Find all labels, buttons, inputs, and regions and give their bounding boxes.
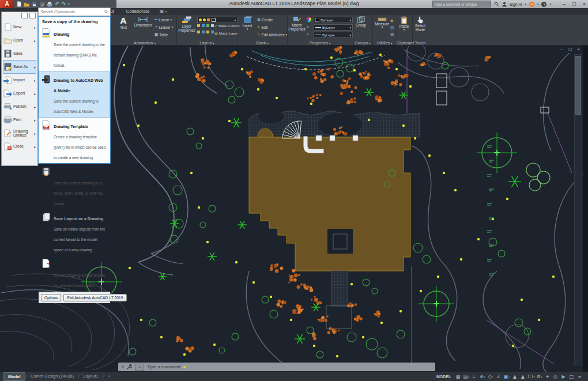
qat-undo-icon[interactable]: ↶ [55,1,59,7]
tab-comm-design[interactable]: Comm Design (24x36) [27,372,78,381]
command-line[interactable]: × ▾ Type a command [118,363,435,371]
doc-close-button[interactable]: × [577,47,580,52]
panel-label-properties[interactable]: Properties ▾ [287,41,353,45]
match-layer-button[interactable]: ▤ Match Layer [214,31,238,35]
doc-minimize-button[interactable]: – [560,47,563,52]
qat-open-icon[interactable] [24,2,29,7]
lineweight-combo[interactable]: ByLayer ▾ [314,24,353,31]
edit-block-button[interactable]: ✎ Edit [257,25,268,29]
maximize-button[interactable]: □ [572,0,575,8]
object-color-combo[interactable]: ByLayer ▾ [314,17,353,23]
color-wheel-icon[interactable] [307,17,311,22]
menu-item-close[interactable]: Close ▸ [3,139,36,153]
tab-collaborate[interactable]: Collaborate [121,8,154,15]
isometric-drafting-icon[interactable]: ◇▾ [487,373,494,380]
menu-item-save[interactable]: Save [3,47,36,61]
flyout-item-dwg-convert[interactable]: DWG Convert Convert drawing format versi… [39,256,110,292]
flyout-item-other-formats[interactable]: Other Formats Save the current drawing t… [39,164,110,210]
model-space-label[interactable]: MODEL [436,375,451,379]
qat-customize-caret-icon[interactable]: ▾ [68,1,70,7]
options-button[interactable]: Options [41,294,61,301]
qat-plot-icon[interactable] [47,2,52,7]
tab-model[interactable]: Model [3,372,25,381]
panel-label-annotation[interactable]: Annotation ▾ [113,41,176,45]
select-mode-button[interactable]: Select Mode [413,16,427,32]
qat-redo-icon[interactable]: ↷ [62,1,66,7]
scrollbar-thumb[interactable] [575,56,581,115]
linetype-list-icon[interactable]: ≡ [307,32,309,36]
flyout-item-template[interactable]: Drawing Template Create a drawing templa… [39,118,110,164]
panel-label-groups[interactable]: Groups ▾ [353,41,372,45]
leader-button[interactable]: ↗ Leader ▾ [154,25,173,29]
recent-documents-icon[interactable] [21,13,28,18]
menu-item-open[interactable]: Open ▸ [3,33,36,47]
command-search-input[interactable] [39,10,104,14]
edit-attributes-button[interactable]: ✎ Edit Attributes ▾ [257,32,287,37]
qat-save-as-icon[interactable] [39,2,44,7]
ortho-icon[interactable]: ∟ [470,373,478,380]
isolate-objects-icon[interactable]: ◎ [552,373,559,380]
help-icon[interactable]: ? [541,2,546,7]
object-snap-icon[interactable]: ▣▾ [503,373,510,380]
make-current-button[interactable]: ✔ Make Current [214,24,239,28]
menu-item-new[interactable]: New ▸ [3,20,36,34]
panel-label-layers[interactable]: Layers ▾ [176,41,238,45]
linetype-combo[interactable]: ByLayer ▾ [314,32,353,38]
command-customize-icon[interactable] [127,364,132,369]
insert-button[interactable]: Insert ▾ [240,16,255,31]
a360-caret-icon[interactable]: ▾ [537,2,539,6]
quick-calc-icon[interactable]: ▤ [390,32,394,37]
customize-icon[interactable]: ≡ [576,373,583,380]
layer-properties-button[interactable]: Layer Properties [178,16,196,33]
tab-layout1[interactable]: Layout1 [79,372,103,381]
menu-item-drawing-utilities[interactable]: Drawing Utilities ▸ [3,126,36,140]
doc-restore-button[interactable]: □ [568,47,571,52]
paste-button[interactable]: Paste ▾ [398,16,410,32]
lineweight-list-icon[interactable]: ≡ [307,25,309,29]
sign-in-label[interactable]: Sign In [510,2,522,6]
create-block-button[interactable]: ▣ Create [257,17,273,22]
vertical-scrollbar[interactable] [574,54,582,365]
minimize-button[interactable]: – [563,0,566,8]
menu-item-print[interactable]: Print ▸ [3,113,36,127]
command-close-icon[interactable]: × [121,363,124,371]
measure-button[interactable]: Measure ▾ [375,16,390,29]
ribbon-extra-icon[interactable]: ▣ ▾ [157,8,169,15]
a360-icon[interactable]: A [529,2,534,7]
menu-item-export[interactable]: Export ▸ [3,86,36,100]
flyout-item-web-mobile[interactable]: Drawing to AutoCAD Web & Mobile Save the… [39,71,110,118]
close-button[interactable]: × [583,0,586,8]
qat-save-icon[interactable] [32,2,37,7]
annotation-scale-button[interactable]: 1:1▾ [527,373,535,380]
polar-tracking-icon[interactable]: ⊕▾ [478,373,486,380]
panel-label-clipboard[interactable]: Clipboard [397,41,412,45]
workspace-switching-icon[interactable]: ⚙▾ [536,373,543,380]
panel-label-utilities[interactable]: Utilities ▾ [372,41,397,45]
clean-screen-icon[interactable]: □ [568,373,575,380]
match-properties-button[interactable]: Match Properties [288,16,306,32]
command-prompt[interactable]: Type a command [147,364,180,369]
graphics-performance-icon[interactable]: ▶ [560,373,567,380]
menu-item-publish[interactable]: Publish ▸ [3,100,36,114]
open-documents-icon[interactable] [29,13,36,18]
id-point-icon[interactable]: ◈ [390,18,393,23]
customization-icon[interactable]: + [544,373,551,380]
quick-select-icon[interactable]: ▥ [390,25,394,30]
infocenter-search-input[interactable] [432,1,491,7]
help-caret-icon[interactable]: ▾ [549,2,551,6]
new-layout-button[interactable]: + [104,372,114,381]
annotation-autoscale-icon[interactable]: ▲ [519,373,526,380]
dimension-button[interactable]: Dimension [133,16,153,27]
exit-button[interactable]: Exit Autodesk AutoCAD LT 2019 [63,294,126,301]
command-recent-icon[interactable]: ▾ [135,364,144,371]
layer-select-combo[interactable]: ▾ [197,17,238,23]
object-snap-tracking-icon[interactable]: ∠ [495,373,502,380]
group-button[interactable]: Group [355,16,367,27]
flyout-item-drawing[interactable]: Drawing Save the current drawing to the … [39,25,110,71]
qat-new-icon[interactable] [17,1,21,7]
search-icon[interactable] [494,2,499,7]
text-button[interactable]: A Text [116,16,130,30]
annotation-visibility-icon[interactable]: ▲ [511,373,518,380]
table-button[interactable]: ▦ Table [154,32,168,37]
sign-in-caret-icon[interactable]: ▾ [525,2,526,6]
